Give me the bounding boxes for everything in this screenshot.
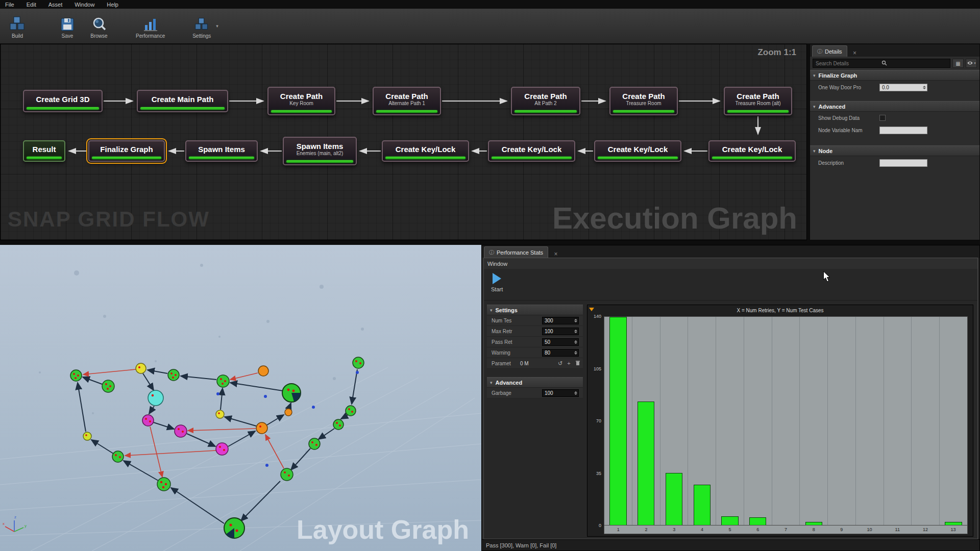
layout-node-cyan[interactable]	[148, 390, 163, 406]
details-close-icon[interactable]: ×	[851, 49, 859, 57]
add-icon[interactable]: +	[566, 360, 572, 366]
graph-node-create-main-path[interactable]: Create Main Path	[137, 90, 228, 112]
graph-node-create-path-treasure-room[interactable]: Create Path Treasure Room	[609, 87, 678, 115]
performance-close-icon[interactable]: ×	[552, 251, 559, 258]
layout-node-orange[interactable]	[256, 422, 267, 434]
browse-button[interactable]: Browse	[86, 10, 112, 42]
layout-graph-watermark: Layout Graph	[297, 514, 469, 545]
section-title: Settings	[496, 307, 518, 313]
layout-node-green[interactable]	[309, 438, 320, 449]
layout-node-green[interactable]	[281, 468, 293, 481]
layout-node-green[interactable]	[70, 370, 82, 381]
graph-node-spawn-items[interactable]: Spawn Items	[185, 140, 258, 162]
menu-asset[interactable]: Asset	[48, 2, 63, 8]
spinner[interactable]	[573, 317, 578, 324]
pass-retries-input[interactable]: 50	[542, 338, 579, 346]
layout-node-magenta[interactable]	[216, 443, 228, 455]
section-advanced[interactable]: ▾ Advanced	[810, 101, 979, 112]
graph-node-create-key-lock-1[interactable]: Create Key/Lock	[382, 140, 469, 162]
spinner[interactable]	[573, 328, 578, 335]
graph-node-create-path-treasure-room-alt[interactable]: Create Path Treasure Room (alt)	[724, 87, 792, 115]
layout-node-green[interactable]	[333, 419, 344, 430]
layout-node-green[interactable]	[353, 357, 364, 368]
trash-icon[interactable]	[574, 360, 581, 367]
node-variable-name-input[interactable]	[879, 127, 927, 134]
layout-node-green-large[interactable]	[282, 384, 301, 402]
spinner-down-icon[interactable]	[574, 342, 577, 344]
node-subtitle: Treasure Room	[626, 101, 661, 107]
layout-node-magenta[interactable]	[175, 425, 187, 437]
search-details-input[interactable]: Search Details	[813, 59, 950, 68]
section-perf-advanced[interactable]: ▾ Advanced	[487, 377, 583, 388]
property-matrix-button[interactable]: ▦	[952, 59, 964, 68]
layout-node-yellow-small[interactable]	[83, 432, 91, 440]
spinner-up-icon[interactable]	[574, 391, 577, 393]
spinner[interactable]	[922, 84, 926, 91]
layout-node-green[interactable]	[346, 406, 356, 416]
graph-node-create-path-alt-path-2[interactable]: Create Path Alt Path 2	[511, 87, 580, 115]
layout-node-green[interactable]	[112, 451, 124, 462]
spinner-down-icon[interactable]	[574, 353, 577, 355]
chart-x-labels: 12345678910111213	[604, 525, 968, 534]
graph-node-create-path-key-room[interactable]: Create Path Key Room	[267, 87, 335, 115]
tab-performance-stats[interactable]: ⓘ Performance Stats	[484, 246, 548, 258]
section-node[interactable]: ▾ Node	[810, 145, 979, 156]
section-settings[interactable]: ▾ Settings	[487, 305, 583, 315]
menu-window[interactable]: Window	[75, 2, 94, 8]
execution-graph-panel[interactable]: Create Grid 3D Create Main Path Create P…	[0, 44, 807, 240]
layout-node-green[interactable]	[102, 380, 114, 392]
reset-icon[interactable]: ↺	[557, 360, 564, 367]
menu-edit[interactable]: Edit	[27, 2, 36, 8]
section-finalize-graph[interactable]: ▾ Finalize Graph	[810, 70, 979, 81]
spinner-down-icon[interactable]	[574, 332, 577, 333]
spinner-down-icon[interactable]	[923, 88, 926, 89]
spinner-up-icon[interactable]	[574, 351, 577, 353]
description-input[interactable]	[879, 159, 927, 167]
graph-node-create-key-lock-4[interactable]: Create Key/Lock	[708, 140, 796, 162]
perf-settings-column: ▾ Settings Num Tes 300 Max Retr 100	[487, 305, 583, 537]
build-button[interactable]: Build	[4, 10, 31, 42]
layout-node-green[interactable]	[157, 478, 170, 491]
spinner-up-icon[interactable]	[574, 340, 577, 342]
spinner-up-icon[interactable]	[923, 86, 926, 87]
layout-node-green[interactable]	[217, 375, 229, 387]
layout-node-green-large[interactable]	[224, 518, 244, 538]
layout-node-yellow-small[interactable]	[216, 410, 224, 418]
layout-graph-viewport[interactable]: z x y Layout Graph	[0, 245, 481, 551]
graph-node-spawn-items-enemies[interactable]: Spawn Items Enemies (main, alt2)	[283, 137, 357, 165]
settings-dropdown-icon[interactable]: ▾	[216, 23, 218, 29]
spinner-down-icon[interactable]	[574, 393, 577, 395]
layout-node-magenta[interactable]	[142, 415, 154, 426]
graph-node-finalize-graph[interactable]: Finalize Graph	[88, 140, 165, 162]
chart-bar-slot	[660, 317, 689, 525]
layout-node-green[interactable]	[168, 369, 179, 381]
spinner-up-icon[interactable]	[574, 330, 577, 331]
graph-node-result[interactable]: Result	[23, 140, 65, 162]
one-way-door-input[interactable]: 0.0	[879, 84, 927, 91]
graph-node-create-grid-3d[interactable]: Create Grid 3D	[23, 90, 103, 112]
spinner[interactable]	[573, 339, 578, 345]
graph-node-create-key-lock-2[interactable]: Create Key/Lock	[488, 140, 575, 162]
show-debug-data-checkbox[interactable]	[879, 115, 886, 121]
spinner[interactable]	[573, 390, 578, 396]
spinner-down-icon[interactable]	[574, 321, 577, 322]
graph-node-create-key-lock-3[interactable]: Create Key/Lock	[594, 140, 681, 162]
save-button[interactable]: Save	[54, 10, 81, 42]
performance-button[interactable]: Performance	[136, 10, 165, 42]
graph-node-create-path-alternate-path-1[interactable]: Create Path Alternate Path 1	[373, 87, 441, 115]
num-tests-input[interactable]: 300	[542, 317, 579, 324]
warning-input[interactable]: 80	[542, 349, 579, 357]
start-button[interactable]: Start	[491, 273, 503, 292]
menu-help[interactable]: Help	[107, 2, 118, 8]
spinner-up-icon[interactable]	[574, 319, 577, 320]
tab-details[interactable]: ⓘ Details	[812, 45, 847, 57]
menu-file[interactable]: File	[5, 2, 14, 8]
layout-node-yellow[interactable]	[136, 363, 146, 373]
view-options-button[interactable]: ▾	[966, 59, 977, 68]
layout-node-orange-small[interactable]	[285, 409, 292, 416]
settings-button[interactable]: Settings	[188, 10, 215, 42]
layout-node-orange[interactable]	[258, 366, 268, 376]
garbage-input[interactable]: 100	[542, 389, 579, 397]
max-retries-input[interactable]: 100	[542, 328, 579, 335]
spinner[interactable]	[573, 349, 578, 356]
